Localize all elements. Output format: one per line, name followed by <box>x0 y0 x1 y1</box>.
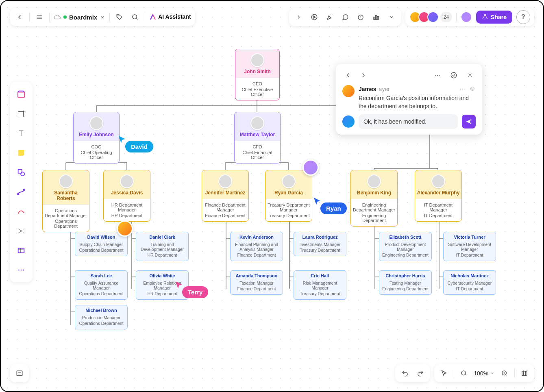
svg-line-9 <box>331 16 332 16</box>
comment-button[interactable] <box>339 11 351 23</box>
emoji-react-icon[interactable]: ☺ <box>469 85 476 93</box>
more-tools-button[interactable] <box>386 11 397 23</box>
svg-point-17 <box>484 14 486 16</box>
shape-tool[interactable] <box>13 164 29 181</box>
org-node-staff[interactable]: Elizabeth ScottProduct Development Manag… <box>379 232 432 261</box>
pointer-mode-button[interactable] <box>438 368 450 379</box>
svg-line-90 <box>506 375 507 376</box>
send-button[interactable] <box>462 115 476 128</box>
comment-panel[interactable]: Jamesayer ⋯ ☺ Reconfirm Garcia's positio… <box>336 64 482 135</box>
svg-point-38 <box>23 270 24 271</box>
org-node-staff[interactable]: Kevin AndersonFinancial Planning and Ana… <box>230 232 283 261</box>
search-button[interactable] <box>129 11 141 23</box>
org-node-manager[interactable]: Alexander MurphyIT Department ManagerIT … <box>415 170 462 222</box>
presence-avatar[interactable] <box>302 159 319 176</box>
undo-button[interactable] <box>399 368 411 379</box>
cloud-icon <box>54 13 61 21</box>
present-button[interactable] <box>309 11 320 23</box>
timer-button[interactable] <box>355 11 366 23</box>
org-node-staff[interactable]: Victoria TurnerSoftware Development Mana… <box>443 232 496 261</box>
comment-close-button[interactable] <box>464 70 476 81</box>
help-button[interactable]: ? <box>516 10 530 24</box>
svg-rect-14 <box>374 17 375 20</box>
share-button[interactable]: Share <box>476 11 512 24</box>
comment-item-more-icon[interactable]: ⋯ <box>459 85 466 93</box>
svg-rect-33 <box>18 248 24 253</box>
pen-tool[interactable] <box>13 203 29 220</box>
org-node-staff[interactable]: Nicholas MartinezCybersecurity ManagerIT… <box>443 270 496 295</box>
ai-logo-icon <box>149 13 157 21</box>
ai-assistant-button[interactable]: AI Assistant <box>149 13 191 21</box>
share-icon <box>482 14 488 20</box>
comment-next-button[interactable] <box>358 70 369 81</box>
tag-button[interactable] <box>114 11 125 23</box>
svg-line-86 <box>465 375 467 376</box>
comment-prev-button[interactable] <box>342 70 354 81</box>
redo-button[interactable] <box>415 368 426 379</box>
frame-tool[interactable] <box>13 106 29 122</box>
comment-more-button[interactable] <box>432 70 443 81</box>
svg-point-77 <box>439 75 440 76</box>
zoom-level[interactable]: 100% <box>474 370 495 377</box>
org-node-manager[interactable]: Samantha RobertsOperations Department Ma… <box>42 170 89 232</box>
notes-button[interactable] <box>14 368 25 379</box>
board-title-button[interactable]: Boardmix <box>54 13 105 21</box>
org-node-staff[interactable]: Amanda ThompsonTaxation ManagerFinance D… <box>230 270 283 295</box>
avatar <box>250 53 264 67</box>
zoom-in-button[interactable] <box>499 368 510 379</box>
connector-tool[interactable] <box>13 184 29 200</box>
org-node-staff[interactable]: Christopher HarrisTesting ManagerEnginee… <box>379 270 432 295</box>
more-tools[interactable] <box>13 262 29 278</box>
org-node-staff[interactable]: Michael BrownProduction ManagerOperation… <box>75 305 128 329</box>
svg-line-8 <box>330 15 331 15</box>
reply-avatar <box>342 115 355 128</box>
svg-line-29 <box>18 229 21 231</box>
org-node-manager[interactable]: Benjamin KingEngineering Department Mana… <box>350 170 398 226</box>
expand-tools-button[interactable] <box>293 11 305 23</box>
org-node-staff[interactable]: Daniel ClarkTraining and Development Man… <box>136 232 189 261</box>
org-node-ceo[interactable]: John Smith CEOChief Executive Officer <box>235 49 280 100</box>
avatar <box>89 116 103 130</box>
org-node-manager[interactable]: Jessica DavisHR Department ManagerHR Dep… <box>103 170 150 222</box>
comment-text: Reconfirm Garcia's position information … <box>359 94 476 110</box>
svg-line-32 <box>21 231 24 233</box>
svg-rect-18 <box>18 92 25 98</box>
svg-point-3 <box>118 15 119 16</box>
org-node-coo[interactable]: Emily Johnson COOChief Operating Officer <box>73 112 120 163</box>
org-node-cfo[interactable]: Matthew Taylor CFOChief Financial Office… <box>234 112 281 163</box>
minimap-button[interactable] <box>519 368 530 379</box>
templates-tool[interactable] <box>13 86 29 102</box>
back-button[interactable] <box>14 11 25 23</box>
org-node-manager[interactable]: Ryan GarciaTreasury Department ManagerTr… <box>265 170 312 222</box>
tool-palette <box>10 82 33 282</box>
sync-status-dot <box>63 15 67 19</box>
svg-line-5 <box>136 18 138 20</box>
mindmap-tool[interactable] <box>13 223 29 239</box>
svg-line-31 <box>18 231 21 233</box>
org-node-staff[interactable]: Eric HallRisk Management ManagerTreasury… <box>294 270 346 300</box>
zoom-out-button[interactable] <box>458 368 470 379</box>
collaborator-avatars[interactable]: 24 <box>409 11 452 23</box>
svg-point-76 <box>437 75 438 76</box>
confetti-button[interactable] <box>324 11 335 23</box>
org-node-manager[interactable]: Jennifer MartinezFinance Department Mana… <box>202 170 249 222</box>
avatar-count: 24 <box>440 12 452 22</box>
table-tool[interactable] <box>13 242 29 259</box>
presence-avatar[interactable] <box>117 220 133 237</box>
reply-input[interactable]: Ok, it has been modified. <box>359 114 458 129</box>
chevron-down-icon <box>100 14 105 20</box>
current-user-avatar[interactable] <box>461 11 472 23</box>
org-node-staff[interactable]: Sarah LeeQuality Assurance ManagerOperat… <box>75 270 128 300</box>
comment-resolve-button[interactable] <box>448 70 459 81</box>
board-title: Boardmix <box>69 14 97 21</box>
vote-button[interactable] <box>370 11 382 23</box>
menu-button[interactable] <box>34 11 45 23</box>
text-tool[interactable] <box>13 125 29 142</box>
org-node-staff[interactable]: David WilsonSupply Chain ManagerOperatio… <box>75 232 128 256</box>
svg-rect-16 <box>377 17 379 20</box>
svg-point-75 <box>435 75 436 76</box>
remote-cursor-ryan: Ryan <box>313 197 347 214</box>
avatar <box>250 116 264 130</box>
sticky-note-tool[interactable] <box>13 145 29 161</box>
org-node-staff[interactable]: Laura RodriguezInvestments ManagerTreasu… <box>294 232 346 256</box>
